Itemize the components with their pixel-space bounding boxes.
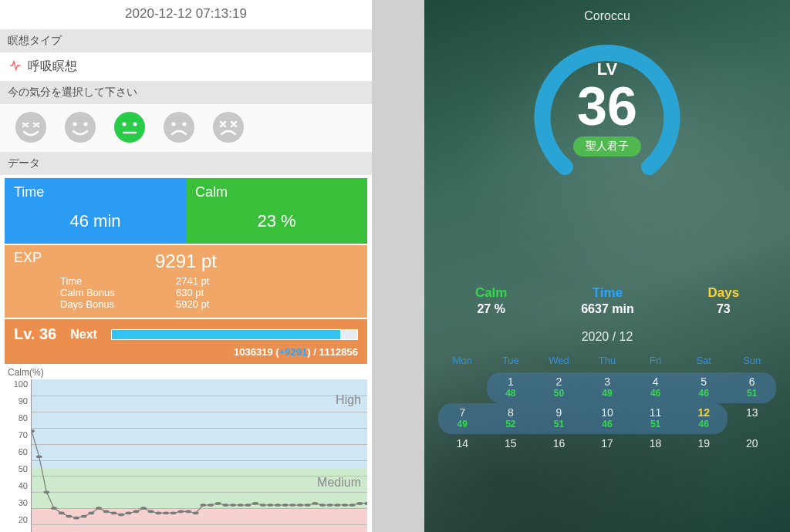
calendar-weekday: Tue	[487, 352, 535, 369]
svg-point-41	[245, 503, 251, 507]
svg-point-53	[334, 503, 340, 507]
svg-point-33	[185, 510, 191, 513]
calendar-cell[interactable]: 546	[680, 372, 728, 403]
calendar-cell[interactable]: 14	[438, 434, 487, 454]
svg-point-25	[126, 512, 132, 515]
dashboard-panel: Coroccu LV 36 聖人君子 Calm 27 % Time 6637 m…	[424, 0, 790, 532]
svg-point-12	[32, 429, 35, 433]
svg-point-57	[364, 502, 367, 505]
svg-point-42	[252, 502, 258, 505]
calendar-cell[interactable]: 20	[728, 434, 776, 454]
svg-point-5	[123, 123, 127, 126]
svg-point-29	[155, 512, 161, 515]
svg-point-49	[305, 503, 311, 507]
svg-point-35	[200, 503, 206, 507]
section-header-data: データ	[0, 152, 372, 175]
time-tile-label: Time	[14, 184, 177, 200]
next-label: Next	[70, 328, 97, 342]
svg-point-28	[148, 510, 154, 513]
svg-point-55	[349, 503, 356, 507]
svg-point-36	[208, 503, 214, 507]
calendar-cell[interactable]: 19	[680, 434, 728, 454]
svg-point-13	[36, 455, 42, 458]
svg-point-56	[356, 502, 363, 505]
svg-point-8	[164, 112, 194, 143]
calendar-cell[interactable]: 17	[583, 434, 632, 454]
calendar-cell[interactable]: 651	[728, 372, 776, 403]
stats-row: Calm 27 % Time 6637 min Days 73	[438, 285, 776, 316]
level-numbers: 1036319 (+9291) / 1112856	[14, 346, 358, 358]
mood-selector	[0, 104, 372, 152]
calendar-cell[interactable]: 852	[487, 403, 535, 434]
chart-y-axis: 100908070605040302010	[5, 379, 31, 532]
svg-point-24	[118, 513, 124, 517]
detail-panel: 2020-12-12 07:13:19 瞑想タイプ 呼吸瞑想 今の気分を選択して…	[0, 0, 372, 532]
calendar-cell[interactable]: 1151	[631, 403, 680, 434]
svg-point-11	[213, 112, 244, 143]
calm-tile: Calm 23 %	[186, 178, 367, 244]
exp-value: 9291 pt	[14, 251, 358, 272]
svg-point-15	[51, 507, 57, 510]
svg-point-46	[282, 503, 289, 507]
svg-point-6	[133, 123, 137, 126]
calendar-cell[interactable]: 1046	[583, 403, 632, 434]
svg-point-2	[73, 123, 77, 126]
mood-dead-icon[interactable]	[211, 110, 245, 144]
calendar-cell[interactable]: 148	[487, 372, 535, 403]
svg-point-52	[327, 503, 333, 507]
calendar-cell[interactable]: 749	[438, 403, 487, 434]
svg-point-23	[110, 512, 116, 515]
calm-chart: Calm(%) 100908070605040302010 High Mediu…	[0, 364, 372, 532]
svg-point-22	[103, 510, 110, 513]
calendar-cell[interactable]: 446	[631, 372, 680, 403]
svg-point-26	[133, 510, 139, 513]
svg-point-4	[114, 112, 145, 143]
calendar-cell[interactable]: 16	[535, 434, 583, 454]
svg-point-47	[289, 503, 295, 507]
svg-point-43	[260, 503, 266, 507]
calendar-cell[interactable]: 13	[728, 403, 776, 434]
rank-badge: 聖人君子	[573, 136, 641, 157]
svg-point-39	[230, 503, 236, 507]
mood-sad-icon[interactable]	[162, 110, 196, 144]
svg-point-20	[88, 512, 94, 515]
svg-point-3	[84, 123, 88, 126]
level-label: Lv. 36	[14, 325, 56, 343]
section-header-mood: 今の気分を選択して下さい	[0, 81, 372, 104]
svg-point-44	[267, 503, 273, 507]
calendar-cell[interactable]: 1246	[680, 403, 728, 434]
time-tile: Time 46 min	[5, 178, 186, 244]
calendar-weekday: Sat	[680, 352, 728, 369]
calm-tile-value: 23 %	[195, 200, 358, 231]
calendar-weekday: Mon	[438, 352, 487, 369]
svg-point-45	[275, 503, 281, 507]
meditation-type-row[interactable]: 呼吸瞑想	[0, 52, 372, 81]
app-title: Coroccu	[438, 9, 776, 23]
calendar-cell[interactable]: 250	[535, 372, 583, 403]
mood-neutral-icon[interactable]	[113, 110, 147, 144]
svg-point-18	[73, 517, 79, 520]
calendar-month: 2020 / 12	[438, 330, 776, 344]
meditation-type-label: 呼吸瞑想	[28, 59, 77, 75]
svg-point-38	[222, 503, 228, 507]
mood-happy-icon[interactable]	[63, 110, 97, 144]
exp-breakdown: Time2741 pt Calm Bonus630 pt Days Bonus5…	[60, 275, 358, 310]
exp-tile: EXP 9291 pt Time2741 pt Calm Bonus630 pt…	[5, 245, 367, 318]
svg-point-0	[15, 112, 46, 143]
time-tile-value: 46 min	[14, 200, 177, 231]
calendar-cell[interactable]: 349	[583, 372, 632, 403]
calm-tile-label: Calm	[195, 184, 358, 200]
svg-point-40	[238, 503, 244, 507]
calendar-cell[interactable]: 15	[487, 434, 535, 454]
svg-point-54	[342, 503, 348, 507]
calendar-weekday: Fri	[631, 352, 680, 369]
calendar-cell[interactable]: 951	[535, 403, 583, 434]
svg-point-19	[81, 515, 87, 518]
svg-point-31	[170, 512, 177, 515]
svg-point-32	[177, 510, 184, 513]
svg-point-34	[193, 512, 199, 515]
mood-excited-icon[interactable]	[14, 110, 48, 144]
svg-point-1	[65, 112, 96, 143]
calendar-cell[interactable]: 18	[631, 434, 680, 454]
calendar-cell	[438, 372, 487, 403]
